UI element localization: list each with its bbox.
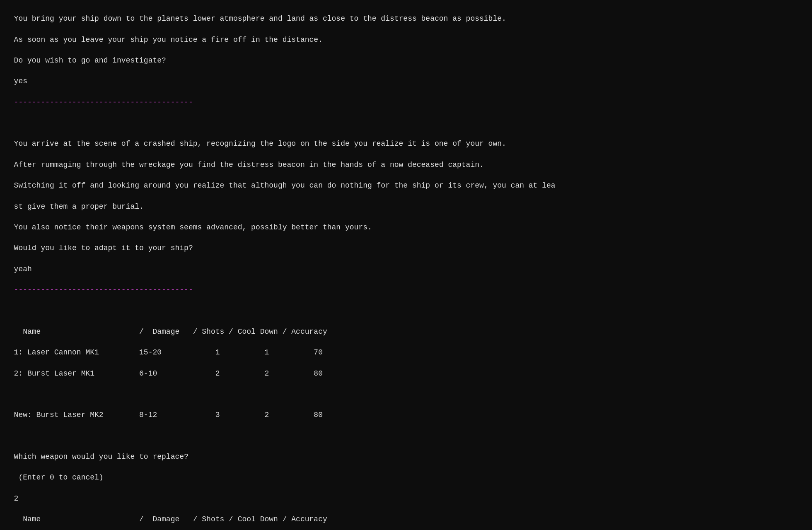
line-2: As soon as you leave your ship you notic… xyxy=(14,36,323,44)
divider-1: ---------------------------------------- xyxy=(14,98,193,106)
table2-header: Name / Damage / Shots / Cool Down / Accu… xyxy=(14,515,327,523)
table1-new-row: New: Burst Laser MK2 8-12 3 2 80 xyxy=(14,411,323,419)
input-yeah: yeah xyxy=(14,265,32,273)
line-8: After rummaging through the wreckage you… xyxy=(14,161,484,169)
terminal-output: You bring your ship down to the planets … xyxy=(5,3,807,530)
input-2: 2 xyxy=(14,494,19,503)
table1-row2: 2: Burst Laser MK1 6-10 2 2 80 xyxy=(14,369,323,378)
line-12: Would you like to adapt it to your ship? xyxy=(14,244,193,252)
line-7: You arrive at the scene of a crashed shi… xyxy=(14,140,506,148)
cancel-hint: (Enter 0 to cancel) xyxy=(14,473,104,482)
table1-header: Name / Damage / Shots / Cool Down / Accu… xyxy=(14,328,327,336)
line-10: st give them a proper burial. xyxy=(14,202,144,211)
input-yes: yes xyxy=(14,77,27,85)
divider-2: ---------------------------------------- xyxy=(14,286,193,294)
line-9: Switching it off and looking around you … xyxy=(14,181,556,190)
line-1: You bring your ship down to the planets … xyxy=(14,14,506,23)
table1-row1: 1: Laser Cannon MK1 15-20 1 1 70 xyxy=(14,348,323,357)
line-3: Do you wish to go and investigate? xyxy=(14,56,166,65)
which-weapon-prompt: Which weapon would you like to replace? xyxy=(14,453,188,461)
line-11: You also notice their weapons system see… xyxy=(14,223,372,231)
